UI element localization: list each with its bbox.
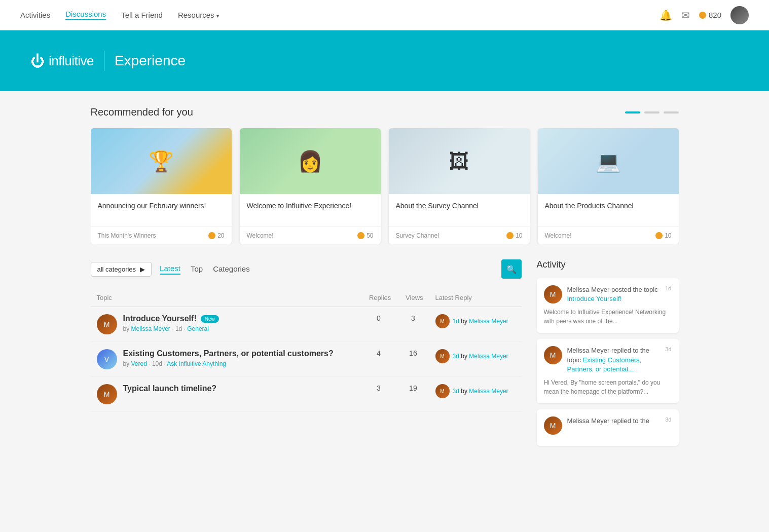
- topic-meta-3: [123, 395, 217, 402]
- nav-discussions[interactable]: Discussions: [65, 10, 106, 20]
- views-3: 19: [397, 377, 429, 412]
- card-2-footer: Welcome! 50: [240, 226, 381, 244]
- categories-button[interactable]: all categories ▶: [91, 262, 152, 277]
- card-3-title: About the Survey Channel: [396, 201, 523, 221]
- activity-text-1: Melissa Meyer posted the topic Introduce…: [567, 285, 661, 303]
- topic-category-link-2[interactable]: Ask Influitive Anything: [167, 360, 226, 367]
- reply-author-link-3[interactable]: Melissa Meyer: [469, 388, 508, 395]
- topic-title-row-3: Typical launch timeline?: [123, 384, 217, 393]
- activity-header-1: M Melissa Meyer posted the topic Introdu…: [544, 285, 672, 303]
- table-row: M Introduce Yourself! New by Melissa Mey…: [91, 307, 522, 342]
- coin-icon: [699, 12, 706, 19]
- tab-categories[interactable]: Categories: [213, 264, 250, 274]
- tab-latest[interactable]: Latest: [160, 264, 180, 275]
- card-4-footer: Welcome! 10: [538, 226, 679, 244]
- nav-activities[interactable]: Activities: [20, 11, 50, 19]
- search-icon: 🔍: [506, 264, 517, 274]
- reply-time-link-2[interactable]: 3d: [453, 353, 459, 360]
- topic-title-row-1: Introduce Yourself! New: [123, 314, 219, 323]
- carousel-dot-1[interactable]: [625, 111, 640, 113]
- topic-avatar-2: V: [97, 349, 117, 369]
- activity-sidebar: Activity M Melissa Meyer posted the topi…: [537, 259, 679, 452]
- topic-details-2: Existing Customers, Partners, or potenti…: [123, 349, 334, 367]
- card-3-footer: Survey Channel 10: [389, 226, 530, 244]
- table-body: M Introduce Yourself! New by Melissa Mey…: [91, 307, 522, 412]
- nav-bar: Activities Discussions Tell a Friend Res…: [0, 0, 769, 30]
- topic-title-3[interactable]: Typical launch timeline?: [123, 384, 217, 393]
- activity-author-1: Melissa Meyer: [567, 286, 610, 293]
- topic-avatar-1: M: [97, 314, 117, 334]
- reply-author-link-1[interactable]: Melissa Meyer: [469, 318, 508, 325]
- views-1: 3: [397, 307, 429, 342]
- replies-3: 3: [360, 377, 397, 412]
- replies-2: 4: [360, 342, 397, 377]
- activity-action-3: replied to the: [611, 417, 649, 425]
- recommended-card-1[interactable]: 🏆 Announcing our February winners! This …: [91, 128, 232, 244]
- tab-top[interactable]: Top: [191, 264, 203, 274]
- hero-banner: ⏻ influitive Experience: [0, 30, 769, 91]
- col-views: Views: [397, 289, 429, 307]
- topic-author-link-1[interactable]: Melissa Meyer: [131, 325, 170, 332]
- recommended-header: Recommended for you: [91, 106, 679, 118]
- col-replies: Replies: [360, 289, 397, 307]
- recommended-cards: 🏆 Announcing our February winners! This …: [91, 128, 679, 244]
- activity-author-2: Melissa Meyer: [567, 347, 610, 354]
- activity-action-1: posted the topic: [611, 286, 658, 293]
- activity-avatar-2: M: [544, 346, 562, 364]
- reply-author-link-2[interactable]: Melissa Meyer: [469, 353, 508, 360]
- topic-details-1: Introduce Yourself! New by Melissa Meyer…: [123, 314, 219, 332]
- search-button[interactable]: 🔍: [501, 259, 522, 279]
- topic-time-2: 10d: [152, 360, 162, 367]
- discussions-table: Topic Replies Views Latest Reply M: [91, 289, 522, 412]
- bell-icon[interactable]: 🔔: [660, 9, 672, 21]
- points-value: 820: [709, 11, 721, 19]
- topic-meta-2: by Vered · 10d · Ask Influitive Anything: [123, 360, 334, 367]
- recommended-title: Recommended for you: [91, 106, 193, 118]
- topic-avatar-3: M: [97, 384, 117, 404]
- topic-title-1[interactable]: Introduce Yourself!: [123, 314, 197, 323]
- nav-right: 🔔 ✉ 820: [660, 6, 749, 24]
- recommended-card-4[interactable]: 💻 About the Products Channel Welcome! 10: [538, 128, 679, 244]
- latest-reply-1: M 1d by Melissa Meyer: [429, 307, 522, 342]
- card-1-points: 20: [208, 232, 224, 239]
- card-4-title: About the Products Channel: [545, 201, 672, 221]
- topic-title-2[interactable]: Existing Customers, Partners, or potenti…: [123, 349, 334, 358]
- card-1-footer: This Month's Winners 20: [91, 226, 232, 244]
- mail-icon[interactable]: ✉: [681, 9, 690, 21]
- activity-time-2: 3d: [665, 346, 671, 352]
- user-avatar[interactable]: [730, 6, 749, 24]
- topic-category-link-1[interactable]: General: [187, 325, 209, 332]
- categories-arrow-icon: ▶: [140, 265, 145, 273]
- hero-divider: [104, 51, 104, 71]
- latest-reply-2: M 3d by Melissa Meyer: [429, 342, 522, 377]
- card-2-title: Welcome to Influitive Experience!: [247, 201, 374, 221]
- reply-time-link-3[interactable]: 3d: [453, 388, 459, 395]
- carousel-dots: [625, 111, 679, 113]
- activity-item-2: M Melissa Meyer replied to the topic Exi…: [537, 339, 679, 403]
- topic-info-2: V Existing Customers, Partners, or poten…: [97, 349, 354, 369]
- filter-bar: all categories ▶ Latest Top Categories 🔍: [91, 259, 522, 279]
- table-row: V Existing Customers, Partners, or poten…: [91, 342, 522, 377]
- topic-author-link-2[interactable]: Vered: [131, 360, 147, 367]
- replies-1: 0: [360, 307, 397, 342]
- carousel-dot-2[interactable]: [644, 111, 660, 113]
- activity-topic-link-1[interactable]: Introduce Yourself!: [567, 295, 622, 302]
- nav-resources[interactable]: Resources ▾: [178, 11, 219, 19]
- table-row: M Typical launch timeline?: [91, 377, 522, 412]
- views-2: 16: [397, 342, 429, 377]
- coin-icon: [357, 232, 364, 239]
- discussions-area: all categories ▶ Latest Top Categories 🔍…: [91, 259, 679, 452]
- nav-left: Activities Discussions Tell a Friend Res…: [20, 10, 219, 20]
- col-latest-reply: Latest Reply: [429, 289, 522, 307]
- activity-item-3: M Melissa Meyer replied to the 3d: [537, 409, 679, 446]
- topic-details-3: Typical launch timeline?: [123, 384, 217, 402]
- nav-tell-a-friend[interactable]: Tell a Friend: [121, 11, 163, 19]
- new-badge-1: New: [201, 315, 219, 323]
- carousel-dot-3[interactable]: [664, 111, 679, 113]
- topic-title-row-2: Existing Customers, Partners, or potenti…: [123, 349, 334, 358]
- activity-excerpt-1: Welcome to Influitive Experience! Networ…: [544, 308, 672, 326]
- card-4-category: Welcome!: [545, 232, 572, 239]
- recommended-card-3[interactable]: 🖼 About the Survey Channel Survey Channe…: [389, 128, 530, 244]
- recommended-card-2[interactable]: 👩 Welcome to Influitive Experience! Welc…: [240, 128, 381, 244]
- reply-time-link-1[interactable]: 1d: [453, 318, 459, 325]
